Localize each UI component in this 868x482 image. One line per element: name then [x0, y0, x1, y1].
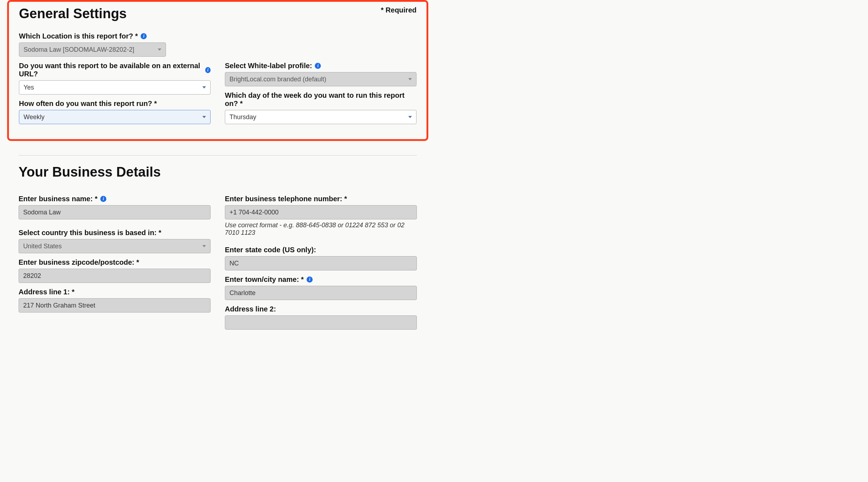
- address2-field[interactable]: [229, 316, 412, 329]
- info-icon[interactable]: [100, 196, 106, 202]
- white-label-value: BrightLocal.com branded (default): [229, 76, 326, 83]
- city-field[interactable]: [229, 286, 412, 300]
- city-input[interactable]: [225, 286, 417, 300]
- info-icon[interactable]: [141, 33, 147, 39]
- frequency-label: How often do you want this report run? *: [19, 100, 157, 108]
- external-url-select[interactable]: Yes: [19, 80, 211, 95]
- zip-label: Enter business zipcode/postcode: *: [19, 258, 139, 267]
- address1-input[interactable]: [19, 298, 211, 313]
- chevron-down-icon: [202, 116, 206, 118]
- state-label: Enter state code (US only):: [225, 246, 316, 254]
- phone-field[interactable]: [229, 206, 412, 219]
- external-url-label: Do you want this report to be available …: [19, 62, 202, 78]
- info-icon[interactable]: [205, 67, 211, 73]
- day-select[interactable]: Thursday: [225, 110, 417, 124]
- info-icon[interactable]: [307, 276, 313, 283]
- zip-input[interactable]: [19, 269, 211, 283]
- chevron-down-icon: [158, 49, 161, 51]
- frequency-select[interactable]: Weekly: [19, 110, 211, 124]
- business-name-field[interactable]: [23, 206, 206, 219]
- address1-field[interactable]: [23, 299, 206, 312]
- phone-hint: Use correct format - e.g. 888-645-0838 o…: [225, 222, 417, 237]
- chevron-down-icon: [408, 116, 412, 118]
- frequency-value: Weekly: [24, 113, 45, 121]
- info-icon[interactable]: [315, 63, 321, 69]
- phone-input[interactable]: [225, 205, 417, 219]
- chevron-down-icon: [202, 245, 206, 247]
- country-value: United States: [23, 243, 62, 250]
- external-url-value: Yes: [24, 84, 34, 91]
- day-label: Which day of the week do you want to run…: [225, 91, 417, 108]
- state-field[interactable]: [229, 257, 412, 270]
- country-label: Select country this business is based in…: [19, 229, 161, 237]
- general-settings-section: General Settings * Required Which Locati…: [7, 0, 428, 141]
- business-name-label: Enter business name: *: [19, 195, 97, 203]
- location-select-value: Sodoma Law [SODOMALAW-28202-2]: [24, 46, 134, 54]
- city-label: Enter town/city name: *: [225, 275, 304, 284]
- address2-label: Address line 2:: [225, 305, 276, 313]
- state-input[interactable]: [225, 256, 417, 270]
- zip-field[interactable]: [23, 269, 206, 283]
- business-details-section: Your Business Details Enter business nam…: [7, 155, 428, 335]
- required-indicator: * Required: [381, 6, 417, 14]
- white-label-select[interactable]: BrightLocal.com branded (default): [225, 72, 417, 86]
- business-name-input[interactable]: [19, 205, 211, 219]
- address2-input[interactable]: [225, 315, 417, 330]
- address1-label: Address line 1: *: [19, 288, 75, 296]
- location-select[interactable]: Sodoma Law [SODOMALAW-28202-2]: [19, 42, 166, 57]
- phone-label: Enter business telephone number: *: [225, 195, 347, 203]
- general-settings-title: General Settings: [19, 6, 127, 21]
- day-value: Thursday: [229, 113, 256, 121]
- country-select[interactable]: United States: [19, 239, 211, 253]
- white-label-label: Select White-label profile:: [225, 62, 312, 70]
- chevron-down-icon: [202, 86, 206, 88]
- location-label: Which Location is this report for? *: [19, 32, 138, 40]
- chevron-down-icon: [408, 78, 412, 80]
- section-divider: [19, 155, 417, 156]
- business-details-title: Your Business Details: [19, 164, 417, 180]
